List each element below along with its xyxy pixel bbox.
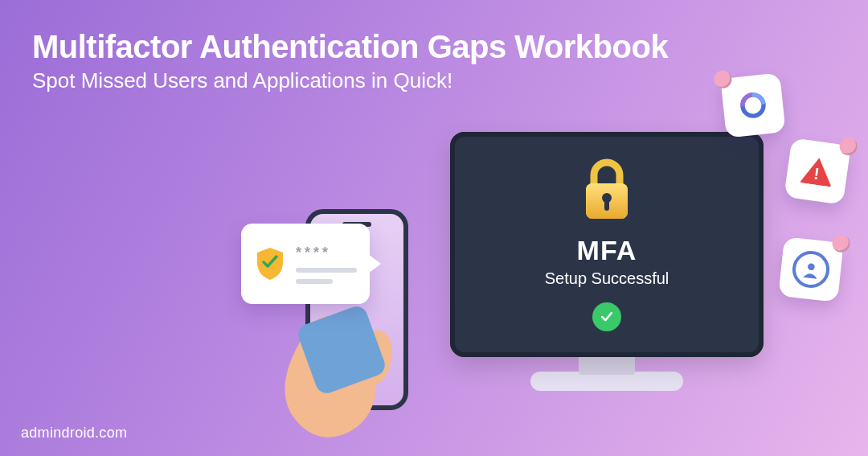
alert-card (784, 138, 851, 205)
app-card-m365 (720, 72, 785, 138)
page-title: Multifactor Authentication Gaps Workbook (32, 29, 668, 65)
svg-point-4 (808, 263, 816, 271)
heading-block: Multifactor Authentication Gaps Workbook… (32, 29, 668, 93)
placeholder-line (296, 268, 357, 273)
user-card (778, 236, 843, 302)
pin-icon (838, 137, 858, 157)
svg-rect-3 (604, 199, 609, 211)
otp-bubble: **** (241, 224, 370, 304)
shield-check-icon (254, 248, 286, 280)
brand-label: admindroid.com (21, 425, 127, 442)
placeholder-line-short (296, 279, 333, 284)
otp-text: **** (296, 244, 357, 284)
masked-code: **** (296, 244, 357, 261)
mfa-title: MFA (577, 235, 637, 266)
warning-triangle-icon (800, 155, 835, 187)
m365-logo-icon (735, 87, 772, 124)
mfa-subtitle: Setup Successful (545, 269, 669, 288)
pin-icon (713, 70, 732, 89)
user-avatar-icon (791, 249, 832, 290)
lock-icon (578, 158, 636, 224)
success-check-icon (592, 302, 621, 331)
monitor-screen: MFA Setup Successful (450, 132, 764, 357)
pin-icon (831, 234, 850, 253)
promo-canvas: Multifactor Authentication Gaps Workbook… (0, 0, 868, 456)
page-subtitle: Spot Missed Users and Applications in Qu… (32, 68, 668, 93)
